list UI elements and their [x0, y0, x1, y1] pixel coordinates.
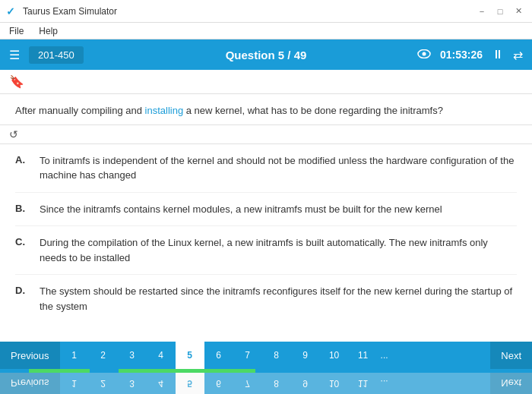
nav-numbers: 1 2 3 4 5 6 7 8 9 10 11 ... — [60, 342, 491, 369]
eye-icon[interactable] — [417, 48, 431, 61]
menu-file[interactable]: File — [6, 24, 27, 38]
undo-icon[interactable]: ↺ — [9, 128, 18, 140]
header-bar: ☰ 201-450 Question 5 / 49 01:53:26 ⏸ ⇄ — [0, 39, 532, 70]
nav-num-7[interactable]: 7 — [233, 342, 262, 369]
mirror-row: Previous 1 2 3 4 5 6 7 8 9 10 11 ... Nex… — [0, 373, 532, 394]
bottom-nav: Previous 1 2 3 4 5 6 7 8 9 10 11 ... Nex… — [0, 342, 532, 369]
undo-row: ↺ — [0, 125, 532, 144]
title-bar: ✓ Taurus Exam Simulator − □ ✕ — [0, 0, 532, 23]
answer-text-c: During the compilation of the Linux kern… — [40, 235, 517, 265]
nav-num-5[interactable]: 5 — [176, 342, 204, 369]
nav-num-2[interactable]: 2 — [89, 342, 118, 369]
answer-letter-a: A. — [15, 154, 33, 165]
maximize-button[interactable]: □ — [492, 4, 508, 19]
highlight-installing: installing — [145, 105, 184, 116]
app-title: Taurus Exam Simulator — [23, 6, 474, 17]
answer-row-a[interactable]: A. To initramfs is independent of the ke… — [15, 144, 517, 193]
previous-button[interactable]: Previous — [0, 342, 60, 369]
nav-num-9[interactable]: 9 — [291, 342, 320, 369]
pause-icon[interactable]: ⏸ — [492, 48, 504, 61]
mirror-numbers: 1 2 3 4 5 6 7 8 9 10 11 ... — [60, 373, 491, 394]
close-button[interactable]: ✕ — [511, 4, 526, 19]
window-controls: − □ ✕ — [474, 4, 526, 19]
bookmark-icon[interactable]: 🔖 — [9, 74, 24, 89]
nav-num-11[interactable]: 11 — [349, 342, 378, 369]
question-area: After manually compiling and installing … — [0, 94, 532, 125]
answer-row-b[interactable]: B. Since the initramfs contains kernel m… — [15, 193, 517, 227]
range-label: 201-450 — [29, 46, 84, 64]
nav-num-8[interactable]: 8 — [262, 342, 291, 369]
menu-bar: File Help — [0, 23, 532, 39]
header-controls: 01:53:26 ⏸ ⇄ — [417, 48, 523, 62]
answer-text-d: The system should be restarted since the… — [40, 284, 517, 314]
app-icon: ✓ — [6, 5, 18, 17]
mirror-prev: Previous — [0, 373, 60, 394]
nav-num-6[interactable]: 6 — [204, 342, 233, 369]
answer-letter-c: C. — [15, 236, 33, 247]
nav-ellipsis: ... — [378, 350, 391, 361]
question-counter: Question 5 / 49 — [226, 49, 307, 61]
sub-header: 🔖 — [0, 70, 532, 94]
answer-text-b: Since the initramfs contains kernel modu… — [40, 202, 442, 217]
answer-text-a: To initramfs is independent of the kerne… — [40, 153, 517, 183]
svg-point-1 — [422, 52, 426, 56]
answers-area: A. To initramfs is independent of the ke… — [0, 144, 532, 342]
nav-num-3[interactable]: 3 — [118, 342, 147, 369]
nav-num-4[interactable]: 4 — [147, 342, 176, 369]
question-text: After manually compiling and installing … — [15, 105, 443, 116]
nav-num-1[interactable]: 1 — [60, 342, 89, 369]
next-button[interactable]: Next — [490, 342, 532, 369]
timer-display: 01:53:26 — [440, 49, 483, 61]
answer-letter-d: D. — [15, 285, 33, 296]
refresh-icon[interactable]: ⇄ — [513, 48, 523, 62]
minimize-button[interactable]: − — [474, 4, 489, 19]
hamburger-icon[interactable]: ☰ — [9, 48, 20, 62]
answer-letter-b: B. — [15, 203, 33, 214]
mirror-next: Next — [490, 373, 532, 394]
nav-num-10[interactable]: 10 — [320, 342, 349, 369]
answer-row-c[interactable]: C. During the compilation of the Linux k… — [15, 226, 517, 275]
menu-help[interactable]: Help — [36, 24, 61, 38]
answer-row-d[interactable]: D. The system should be restarted since … — [15, 275, 517, 323]
